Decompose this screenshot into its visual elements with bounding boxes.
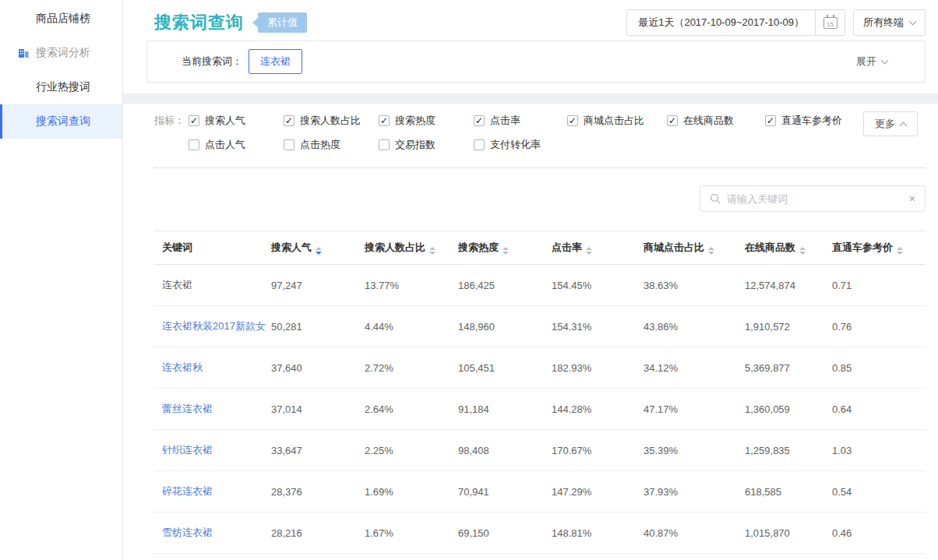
value-cell: 1.67% <box>357 512 450 554</box>
date-range-label: 最近1天（2017-10-09~2017-10-09） <box>627 10 815 35</box>
current-term-chip[interactable]: 连衣裙 <box>249 49 302 74</box>
metric-row1-6[interactable]: ✓在线商品数 <box>667 114 765 128</box>
sidebar-item-label: 搜索词查询 <box>36 114 90 129</box>
metric-row1-5[interactable]: ✓商城点击占比 <box>567 114 667 128</box>
value-cell: 47.17% <box>636 389 737 430</box>
value-cell: 1.69% <box>357 471 450 512</box>
calendar-button[interactable]: 15 <box>815 10 845 35</box>
keyword-search-box: × <box>700 185 926 212</box>
section-divider-band <box>123 93 938 104</box>
metric-row1-4[interactable]: ✓点击率 <box>474 114 567 128</box>
checkbox-checked-icon[interactable]: ✓ <box>765 115 776 126</box>
terminal-select[interactable]: 所有终端 <box>853 9 926 36</box>
value-cell: 1,259,835 <box>737 430 824 471</box>
date-range-picker[interactable]: 最近1天（2017-10-09~2017-10-09） 15 <box>626 9 845 36</box>
metric-label: 点击率 <box>490 114 520 128</box>
metric-row2-3[interactable]: 交易指数 <box>379 138 474 152</box>
value-cell: 37.93% <box>636 471 737 512</box>
value-cell: 13.77% <box>357 265 450 306</box>
value-cell: 1,360,059 <box>737 389 824 430</box>
column-header-3[interactable]: 搜索人数占比 <box>357 231 450 265</box>
checkbox-checked-icon[interactable]: ✓ <box>567 115 578 126</box>
metric-row2-2[interactable]: 点击热度 <box>284 138 379 152</box>
metric-label: 点击人气 <box>205 138 245 152</box>
sort-arrows-icon[interactable] <box>897 247 903 255</box>
value-cell: 40.87% <box>636 512 737 554</box>
app-window: 商品店铺榜搜索词分析行业热搜词搜索词查询 搜索词查询 累计值 最近1天（2017… <box>0 0 938 560</box>
value-cell: 0.71 <box>824 265 926 306</box>
keyword-link[interactable]: 碎花连衣裙 <box>154 471 263 512</box>
metric-label: 商城点击占比 <box>584 114 644 128</box>
keyword-link[interactable]: 针织连衣裙 <box>154 430 263 471</box>
value-cell: 154.31% <box>544 306 636 347</box>
checkbox-checked-icon[interactable]: ✓ <box>667 115 678 126</box>
metric-row1-2[interactable]: ✓搜索人数占比 <box>284 114 379 128</box>
table-row: 碎花连衣裙28,3761.69%70,941147.29%37.93%618,5… <box>154 471 926 512</box>
metric-row1-1[interactable]: ✓搜索人气 <box>189 114 284 128</box>
sort-arrows-icon[interactable] <box>586 247 592 255</box>
checkbox-checked-icon[interactable]: ✓ <box>189 115 199 126</box>
keyword-link[interactable]: 连衣裙秋 <box>154 347 263 389</box>
checkbox-checked-icon[interactable]: ✓ <box>284 115 294 126</box>
metrics-row-1: 指标： ✓搜索人气✓搜索人数占比✓搜索热度✓点击率✓商城点击占比✓在线商品数✓直… <box>154 110 926 131</box>
checkbox-checked-icon[interactable]: ✓ <box>379 115 390 126</box>
checkbox-unchecked-icon[interactable] <box>284 139 294 150</box>
column-header-7[interactable]: 在线商品数 <box>737 231 824 265</box>
value-cell: 144.28% <box>544 389 636 430</box>
metric-label: 搜索人气 <box>205 114 245 128</box>
sidebar-item-3[interactable]: 行业热搜词 <box>0 70 122 104</box>
value-cell: 4.44% <box>357 306 450 347</box>
keywords-table: 关键词搜索人气搜索人数占比搜索热度点击率商城点击占比在线商品数直通车参考价 连衣… <box>154 231 926 554</box>
column-label: 在线商品数 <box>745 241 795 253</box>
column-header-2[interactable]: 搜索人气 <box>263 231 357 265</box>
checkbox-unchecked-icon[interactable] <box>189 139 199 150</box>
checkbox-unchecked-icon[interactable] <box>474 139 485 150</box>
value-cell: 1.03 <box>824 430 926 471</box>
column-label: 直通车参考价 <box>832 241 893 253</box>
metric-label: 搜索人数占比 <box>300 114 361 128</box>
keyword-link[interactable]: 连衣裙秋装2017新款女 <box>154 306 263 347</box>
value-cell: 1,910,572 <box>737 306 824 347</box>
search-analysis-icon <box>17 47 30 59</box>
column-header-6[interactable]: 商城点击占比 <box>636 231 737 265</box>
expand-label: 展开 <box>856 55 876 69</box>
metrics-label: 指标： <box>154 114 189 128</box>
sidebar-item-4[interactable]: 搜索词查询 <box>0 104 122 139</box>
top-controls: 最近1天（2017-10-09~2017-10-09） 15 所有终端 <box>626 9 926 36</box>
value-cell: 50,281 <box>263 306 357 347</box>
value-cell: 170.67% <box>544 430 636 471</box>
sort-arrows-icon[interactable] <box>799 247 806 255</box>
sort-arrows-icon[interactable] <box>429 247 436 255</box>
column-header-4[interactable]: 搜索热度 <box>450 231 544 265</box>
current-term-panel: 当前搜索词： 连衣裙 展开 <box>146 41 926 83</box>
keyword-link[interactable]: 雪纺连衣裙 <box>154 512 263 554</box>
value-cell: 182.93% <box>544 347 636 389</box>
column-header-5[interactable]: 点击率 <box>544 231 636 265</box>
keyword-cell: 连衣裙 <box>154 265 263 306</box>
expand-toggle[interactable]: 展开 <box>856 55 887 69</box>
sort-arrows-icon[interactable] <box>503 247 509 255</box>
sort-arrows-icon[interactable] <box>708 247 714 255</box>
sort-arrows-icon[interactable] <box>316 247 322 255</box>
metric-row2-1[interactable]: 点击人气 <box>189 138 284 152</box>
cumulative-value-badge: 累计值 <box>258 12 307 33</box>
clear-input-icon[interactable]: × <box>909 192 915 205</box>
value-cell: 69,150 <box>450 512 544 554</box>
value-cell: 154.45% <box>544 265 636 306</box>
column-header-8[interactable]: 直通车参考价 <box>824 231 926 265</box>
metric-row1-3[interactable]: ✓搜索热度 <box>379 114 474 128</box>
calendar-icon: 15 <box>823 17 838 29</box>
table-row: 蕾丝连衣裙37,0142.64%91,184144.28%47.17%1,360… <box>154 389 926 430</box>
metric-row2-4[interactable]: 支付转化率 <box>474 138 567 152</box>
value-cell: 105,451 <box>450 347 544 389</box>
keyword-link[interactable]: 蕾丝连衣裙 <box>154 389 263 430</box>
sidebar-item-2[interactable]: 搜索词分析 <box>0 36 122 70</box>
sidebar-item-1[interactable]: 商品店铺榜 <box>0 2 122 36</box>
checkbox-unchecked-icon[interactable] <box>379 139 390 150</box>
keyword-search-input[interactable] <box>727 193 903 205</box>
column-label: 搜索热度 <box>458 241 499 253</box>
column-header-1: 关键词 <box>154 231 263 265</box>
more-metrics-button[interactable]: 更多 <box>863 111 918 136</box>
checkbox-checked-icon[interactable]: ✓ <box>474 115 485 126</box>
metric-label: 在线商品数 <box>683 114 734 128</box>
